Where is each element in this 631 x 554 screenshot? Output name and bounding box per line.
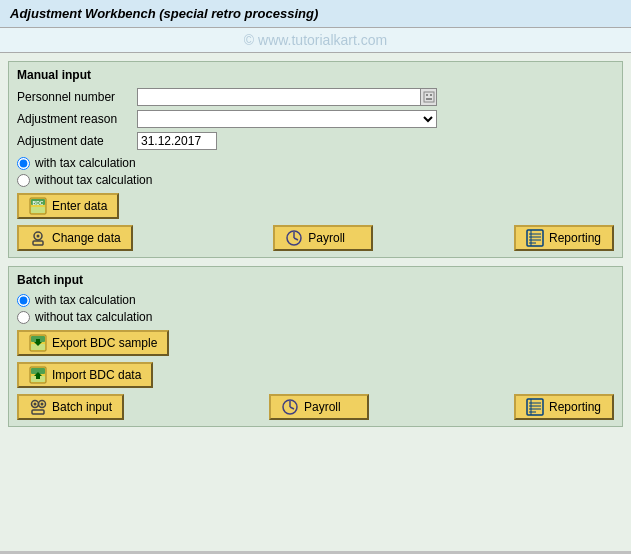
personnel-number-icon[interactable]: [420, 89, 436, 105]
enter-data-row: BDC Enter data: [17, 193, 614, 219]
personnel-number-input[interactable]: [138, 89, 420, 105]
manual-without-tax-label: without tax calculation: [35, 173, 152, 187]
svg-rect-2: [430, 94, 432, 96]
manual-with-tax-radio[interactable]: [17, 157, 30, 170]
manual-with-tax-label: with tax calculation: [35, 156, 136, 170]
manual-without-tax-radio[interactable]: [17, 174, 30, 187]
personnel-number-row: Personnel number: [17, 88, 614, 106]
svg-rect-32: [32, 410, 44, 414]
batch-with-tax-row: with tax calculation: [17, 293, 614, 307]
svg-line-35: [290, 407, 294, 409]
import-bdc-icon: [29, 366, 47, 384]
batch-reporting-icon: [526, 398, 544, 416]
title-bar: Adjustment Workbench (special retro proc…: [0, 0, 631, 28]
batch-without-tax-radio[interactable]: [17, 311, 30, 324]
adjustment-reason-row: Adjustment reason: [17, 110, 614, 128]
export-bdc-label: Export BDC sample: [52, 336, 157, 350]
svg-rect-3: [426, 98, 432, 100]
batch-reporting-button[interactable]: Reporting: [514, 394, 614, 420]
import-bdc-button[interactable]: Import BDC data: [17, 362, 153, 388]
manual-payroll-button[interactable]: Payroll: [273, 225, 373, 251]
enter-data-icon: BDC: [29, 197, 47, 215]
svg-point-29: [34, 403, 37, 406]
batch-without-tax-row: without tax calculation: [17, 310, 614, 324]
adjustment-reason-select[interactable]: [137, 110, 437, 128]
batch-with-tax-label: with tax calculation: [35, 293, 136, 307]
personnel-number-label: Personnel number: [17, 90, 137, 104]
batch-input-icon: [29, 398, 47, 416]
adjustment-reason-label: Adjustment reason: [17, 112, 137, 126]
personnel-number-field[interactable]: [137, 88, 437, 106]
manual-section-title: Manual input: [17, 68, 614, 82]
batch-payroll-label: Payroll: [304, 400, 341, 414]
enter-data-label: Enter data: [52, 199, 107, 213]
watermark: © www.tutorialkart.com: [0, 28, 631, 53]
manual-reporting-icon: [526, 229, 544, 247]
export-btn-row: Export BDC sample: [17, 330, 614, 356]
change-data-label: Change data: [52, 231, 121, 245]
manual-tax-radio-group: with tax calculation without tax calcula…: [17, 156, 614, 187]
batch-action-row: Batch input Payroll: [17, 394, 614, 420]
app-title: Adjustment Workbench (special retro proc…: [10, 6, 318, 21]
batch-input-button[interactable]: Batch input: [17, 394, 124, 420]
export-bdc-button[interactable]: Export BDC sample: [17, 330, 169, 356]
batch-with-tax-radio[interactable]: [17, 294, 30, 307]
batch-section-title: Batch input: [17, 273, 614, 287]
batch-payroll-icon: [281, 398, 299, 416]
change-data-icon: [29, 229, 47, 247]
batch-input-section: Batch input with tax calculation without…: [8, 266, 623, 427]
manual-action-row: Change data Payroll: [17, 225, 614, 251]
batch-input-label: Batch input: [52, 400, 112, 414]
svg-rect-1: [426, 94, 428, 96]
adjustment-date-row: Adjustment date: [17, 132, 614, 150]
export-bdc-icon: [29, 334, 47, 352]
manual-without-tax-row: without tax calculation: [17, 173, 614, 187]
import-btn-row: Import BDC data: [17, 362, 614, 388]
batch-reporting-label: Reporting: [549, 400, 601, 414]
svg-rect-36: [527, 399, 543, 415]
main-content: Manual input Personnel number Adjustment…: [0, 53, 631, 551]
batch-payroll-button[interactable]: Payroll: [269, 394, 369, 420]
manual-reporting-button[interactable]: Reporting: [514, 225, 614, 251]
svg-rect-14: [527, 230, 543, 246]
adjustment-date-input[interactable]: [137, 132, 217, 150]
svg-rect-0: [424, 92, 434, 102]
svg-rect-6: [31, 207, 45, 213]
manual-payroll-label: Payroll: [308, 231, 345, 245]
svg-line-13: [294, 238, 298, 240]
manual-input-section: Manual input Personnel number Adjustment…: [8, 61, 623, 258]
import-bdc-label: Import BDC data: [52, 368, 141, 382]
adjustment-date-label: Adjustment date: [17, 134, 137, 148]
manual-with-tax-row: with tax calculation: [17, 156, 614, 170]
manual-reporting-label: Reporting: [549, 231, 601, 245]
svg-point-9: [37, 235, 40, 238]
change-data-button[interactable]: Change data: [17, 225, 133, 251]
svg-text:BDC: BDC: [33, 200, 44, 206]
batch-without-tax-label: without tax calculation: [35, 310, 152, 324]
enter-data-button[interactable]: BDC Enter data: [17, 193, 119, 219]
manual-payroll-icon: [285, 229, 303, 247]
svg-point-31: [41, 403, 44, 406]
svg-rect-10: [33, 241, 43, 245]
batch-tax-radio-group: with tax calculation without tax calcula…: [17, 293, 614, 324]
